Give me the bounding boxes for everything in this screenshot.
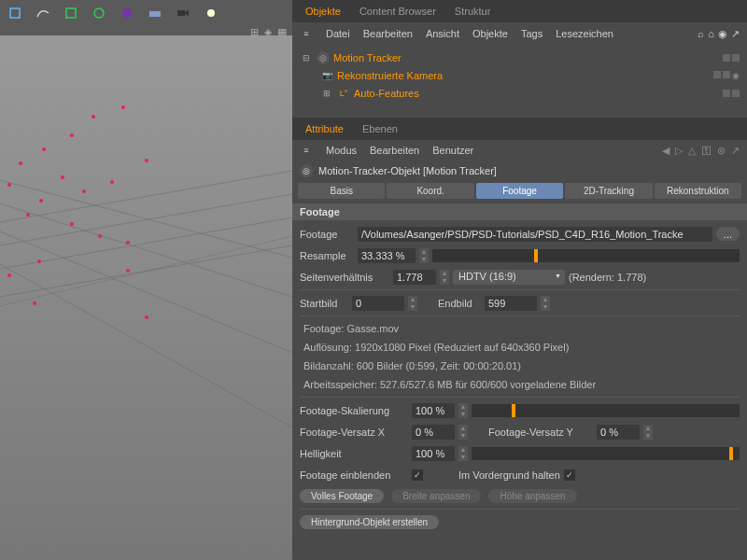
- browse-button[interactable]: ...: [716, 227, 740, 241]
- svg-rect-4: [149, 11, 161, 17]
- tree-auto-features[interactable]: ⊞ L° Auto-Features: [300, 84, 740, 102]
- search-icon[interactable]: ⌕: [698, 28, 704, 40]
- view-icon-3[interactable]: ▦: [277, 26, 287, 35]
- resample-slider[interactable]: [432, 249, 740, 262]
- object-manager-menu: ≡ Datei Bearbeiten Ansicht Objekte Tags …: [292, 22, 747, 45]
- nav-up-icon[interactable]: △: [688, 145, 696, 157]
- section-footage: Footage: [292, 203, 747, 220]
- spinner-icon[interactable]: ▴▾: [408, 296, 417, 311]
- tree-rek-kamera[interactable]: 📷 Rekonstruierte Kamera ◉: [300, 66, 740, 84]
- menu-bearbeiten[interactable]: Bearbeiten: [363, 28, 413, 39]
- svg-point-6: [207, 9, 215, 17]
- camera-icon[interactable]: [170, 2, 196, 24]
- show-footage-checkbox[interactable]: ✓: [412, 469, 423, 481]
- menu-lesezeichen[interactable]: Lesezeichen: [556, 28, 613, 39]
- hamburger-icon[interactable]: ≡: [300, 27, 313, 40]
- tracker-type-icon: ◎: [300, 164, 313, 177]
- footage-path-input[interactable]: [358, 227, 712, 242]
- scale-label: Footage-Skalierung: [300, 405, 408, 416]
- nav-tracking[interactable]: 2D-Tracking: [565, 183, 652, 199]
- svg-line-15: [0, 236, 292, 306]
- expand-icon[interactable]: ⊞: [320, 87, 333, 100]
- nav-fwd-icon[interactable]: ▷: [675, 145, 683, 157]
- svg-rect-5: [177, 10, 185, 16]
- offset-x-label: Footage-Versatz X: [300, 427, 408, 438]
- object-title: ◎ Motion-Tracker-Objekt [Motion Tracker]: [292, 161, 747, 181]
- svg-line-9: [0, 217, 292, 269]
- deformer-icon[interactable]: [114, 2, 140, 24]
- endbild-input[interactable]: [485, 296, 537, 311]
- hamburger-icon[interactable]: ≡: [300, 144, 313, 157]
- nav-basis[interactable]: Basis: [298, 183, 385, 199]
- tab-objects[interactable]: Objekte: [296, 2, 350, 21]
- menu-datei[interactable]: Datei: [326, 28, 350, 39]
- nav-back-icon[interactable]: ◀: [662, 145, 669, 157]
- spinner-icon[interactable]: ▴▾: [541, 296, 550, 311]
- tab-ebenen[interactable]: Ebenen: [353, 119, 407, 138]
- menu-benutzer[interactable]: Benutzer: [432, 145, 473, 156]
- full-footage-button[interactable]: Volles Footage: [300, 489, 384, 503]
- menu-tags[interactable]: Tags: [521, 28, 543, 39]
- lock-icon[interactable]: ⚿: [701, 145, 712, 157]
- object-manager-tabs: Objekte Content Browser Struktur: [292, 0, 747, 22]
- startbild-input[interactable]: [352, 296, 404, 311]
- camera-type-icon: 📷: [320, 69, 333, 82]
- nav-rekon[interactable]: Rekonstruktion: [655, 183, 741, 199]
- scale-slider[interactable]: [472, 404, 740, 417]
- tab-struktur[interactable]: Struktur: [445, 2, 500, 21]
- aspect-input[interactable]: [393, 270, 436, 285]
- spinner-icon[interactable]: ▴▾: [440, 270, 449, 285]
- tab-attribute[interactable]: Attribute: [296, 119, 353, 138]
- tree-motion-tracker[interactable]: ⊟ ◎ Motion Tracker: [300, 49, 740, 66]
- svg-line-8: [0, 194, 292, 245]
- brightness-input[interactable]: [412, 446, 455, 461]
- foreground-checkbox[interactable]: ✓: [564, 469, 575, 481]
- create-bg-button[interactable]: Hintergrund-Objekt erstellen: [300, 515, 439, 529]
- spinner-icon[interactable]: ▴▾: [419, 248, 429, 263]
- tree-label: Motion Tracker: [333, 52, 402, 63]
- cube-icon[interactable]: [2, 2, 28, 24]
- spinner-icon[interactable]: ▴▾: [458, 425, 468, 440]
- fit-width-button[interactable]: Breite anpassen: [391, 489, 481, 503]
- viewport-3d[interactable]: [0, 35, 292, 560]
- arrow-icon[interactable]: ↗: [731, 28, 740, 40]
- resample-label: Resample: [300, 250, 354, 261]
- offset-y-input[interactable]: [597, 425, 640, 440]
- brightness-slider[interactable]: [472, 447, 740, 460]
- gear-icon[interactable]: ⊚: [717, 145, 726, 157]
- light-icon[interactable]: [198, 2, 224, 24]
- expand-icon[interactable]: ⊟: [300, 51, 313, 64]
- attribute-menu: ≡ Modus Bearbeiten Benutzer ◀ ▷ △ ⚿ ⊚ ↗: [292, 140, 747, 161]
- scale-input[interactable]: [412, 403, 455, 418]
- nav-koord[interactable]: Koord.: [387, 183, 473, 199]
- menu-bearbeiten[interactable]: Bearbeiten: [370, 145, 419, 156]
- spinner-icon[interactable]: ▴▾: [643, 425, 653, 440]
- arrow-icon[interactable]: ↗: [731, 145, 740, 157]
- environment-icon[interactable]: [142, 2, 168, 24]
- grid-overlay: [0, 35, 292, 560]
- viewport-header-icons: ⊞◈▦: [0, 26, 292, 35]
- aspect-preset-dropdown[interactable]: HDTV (16:9): [453, 270, 565, 285]
- aspect-label: Seitenverhältnis: [300, 272, 389, 283]
- spline-icon[interactable]: [30, 2, 56, 24]
- nav-footage[interactable]: Footage: [476, 183, 563, 199]
- menu-modus[interactable]: Modus: [326, 145, 357, 156]
- view-icon-2[interactable]: ◈: [264, 26, 272, 35]
- spinner-icon[interactable]: ▴▾: [458, 446, 468, 461]
- info-frames: Bildanzahl: 600 Bilder (0:599, Zeit: 00:…: [300, 357, 740, 375]
- main-toolbar: [0, 0, 292, 26]
- generator-icon[interactable]: [86, 2, 112, 24]
- eye-icon[interactable]: ◉: [718, 28, 727, 40]
- offset-x-input[interactable]: [412, 425, 455, 440]
- resample-input[interactable]: [358, 248, 416, 263]
- nurbs-icon[interactable]: [58, 2, 84, 24]
- menu-objekte[interactable]: Objekte: [472, 28, 508, 39]
- home-icon[interactable]: ⌂: [708, 28, 714, 40]
- fit-height-button[interactable]: Höhe anpassen: [488, 489, 576, 503]
- endbild-label: Endbild: [438, 298, 481, 309]
- menu-ansicht[interactable]: Ansicht: [426, 28, 459, 39]
- tab-content-browser[interactable]: Content Browser: [350, 2, 445, 21]
- view-icon-1[interactable]: ⊞: [250, 26, 259, 35]
- svg-rect-0: [10, 8, 20, 18]
- spinner-icon[interactable]: ▴▾: [458, 403, 468, 418]
